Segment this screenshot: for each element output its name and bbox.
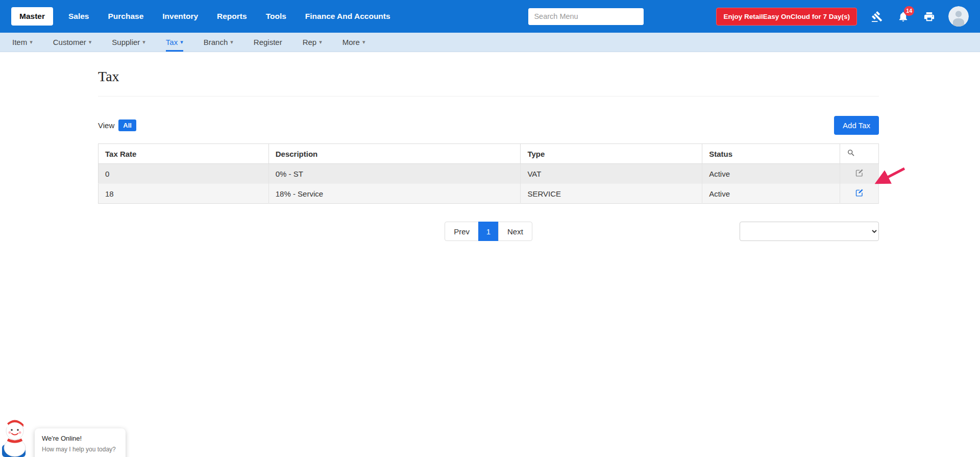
current-page-button[interactable]: 1	[478, 222, 499, 241]
cell-description: 18% - Service	[268, 184, 521, 204]
chevron-down-icon: ▾	[89, 39, 92, 45]
subnav-item-label: Customer	[53, 38, 86, 46]
subnav-item-label: Branch	[204, 38, 228, 46]
nav-item-purchase[interactable]: Purchase	[108, 12, 143, 21]
notification-bell-icon[interactable]: 14	[897, 11, 909, 22]
cell-status: Active	[702, 164, 840, 184]
table-header-row: Tax Rate Description Type Status	[99, 144, 879, 164]
subnav-item-label: More	[342, 38, 360, 46]
chevron-down-icon: ▾	[230, 39, 233, 45]
subnav-item-item[interactable]: Item ▾	[12, 33, 33, 52]
subnav-item-tax[interactable]: Tax ▾	[166, 33, 183, 52]
subnav-item-customer[interactable]: Customer ▾	[53, 33, 92, 52]
subnav-item-branch[interactable]: Branch ▾	[204, 33, 233, 52]
cell-tax-rate: 0	[99, 164, 269, 184]
page-size-select[interactable]	[740, 222, 879, 241]
user-avatar-glyph	[948, 6, 969, 27]
table-row: 0 0% - ST VAT Active	[99, 164, 879, 184]
notification-count-badge: 14	[904, 6, 914, 16]
main-content: Tax View All Add Tax Tax Rate Descriptio…	[98, 52, 879, 241]
nav-item-finance-and-accounts[interactable]: Finance And Accounts	[305, 12, 390, 21]
subnav-item-rep[interactable]: Rep ▾	[303, 33, 322, 52]
subnav-item-label: Rep	[303, 38, 317, 46]
chat-widget: We're Online! How may I help you today?	[2, 415, 31, 457]
header-description: Description	[268, 144, 521, 164]
table-toolbar: View All Add Tax	[98, 116, 879, 135]
nav-item-inventory[interactable]: Inventory	[162, 12, 198, 21]
subnav-item-label: Supplier	[112, 38, 140, 46]
edit-icon[interactable]	[855, 188, 864, 197]
view-filter-all-chip[interactable]: All	[118, 119, 136, 131]
nav-item-tools[interactable]: Tools	[266, 12, 286, 21]
chat-bubble[interactable]: We're Online! How may I help you today?	[35, 428, 126, 457]
table-row: 18 18% - Service SERVICE Active	[99, 184, 879, 204]
subnav-item-label: Tax	[166, 38, 178, 46]
subnav-item-label: Register	[254, 38, 282, 46]
chevron-down-icon: ▾	[362, 39, 365, 45]
tax-table: Tax Rate Description Type Status 0 0% - …	[98, 143, 879, 204]
prev-page-button[interactable]: Prev	[445, 222, 479, 241]
search-icon	[847, 149, 855, 157]
chevron-down-icon: ▾	[180, 39, 183, 45]
snowman-mascot[interactable]	[2, 415, 31, 457]
cell-tax-rate: 18	[99, 184, 269, 204]
nav-item-sales[interactable]: Sales	[68, 12, 89, 21]
gavel-icon[interactable]	[871, 11, 883, 22]
chat-status-text: We're Online!	[42, 435, 118, 442]
subnav-item-register[interactable]: Register	[254, 33, 282, 52]
header-status: Status	[702, 144, 840, 164]
search-menu-input[interactable]	[528, 8, 644, 25]
master-sub-navigation: Item ▾ Customer ▾ Supplier ▾ Tax ▾ Branc…	[0, 33, 980, 52]
next-page-button[interactable]: Next	[498, 222, 532, 241]
user-avatar[interactable]	[948, 6, 969, 27]
subnav-item-label: Item	[12, 38, 27, 46]
printer-icon-glyph	[923, 11, 935, 22]
view-label: View	[98, 121, 114, 130]
page-title: Tax	[98, 52, 879, 97]
promo-trial-button[interactable]: Enjoy RetailEasy OnCloud for 7 Day(s)	[716, 8, 857, 26]
top-navigation-bar: Master Sales Purchase Inventory Reports …	[0, 0, 980, 33]
subnav-item-more[interactable]: More ▾	[342, 33, 365, 52]
nav-item-master[interactable]: Master	[11, 7, 53, 26]
table-search-button[interactable]	[840, 144, 879, 164]
cell-status: Active	[702, 184, 840, 204]
nav-item-reports[interactable]: Reports	[217, 12, 247, 21]
cell-type: VAT	[521, 164, 702, 184]
header-tax-rate: Tax Rate	[99, 144, 269, 164]
pagination-row: Prev 1 Next	[98, 222, 879, 241]
add-tax-button[interactable]: Add Tax	[834, 116, 879, 135]
subnav-item-supplier[interactable]: Supplier ▾	[112, 33, 145, 52]
chevron-down-icon: ▾	[142, 39, 145, 45]
cell-type: SERVICE	[521, 184, 702, 204]
chevron-down-icon: ▾	[30, 39, 33, 45]
header-type: Type	[521, 144, 702, 164]
gavel-icon-glyph	[871, 11, 883, 22]
chevron-down-icon: ▾	[319, 39, 322, 45]
printer-icon[interactable]	[923, 11, 935, 22]
cell-description: 0% - ST	[268, 164, 521, 184]
chat-greeting-text: How may I help you today?	[42, 446, 118, 453]
edit-icon[interactable]	[855, 169, 864, 177]
